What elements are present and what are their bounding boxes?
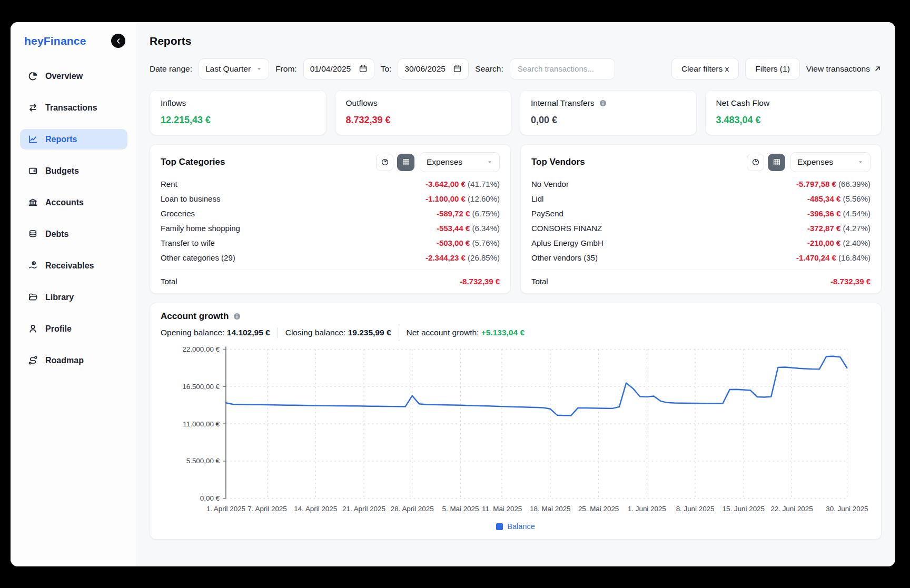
app-logo: heyFinance [24,35,86,47]
sidebar-nav: OverviewTransactionsReportsBudgetsAccoun… [20,66,127,371]
from-date-input[interactable]: 01/04/2025 [303,58,374,79]
sidebar-item-receivables[interactable]: Receivables [20,255,127,276]
to-date-input[interactable]: 30/06/2025 [398,58,469,79]
desktop-background: { "window": { "brand": "heyFinance" }, "… [0,0,910,588]
sidebar-item-label: Accounts [45,198,84,207]
row-amount: -5.797,58 € [796,180,836,188]
x-tick-label: 21. April 2025 [342,505,385,513]
filters-button[interactable]: Filters (1) [745,58,799,79]
chevron-left-icon [115,37,122,45]
row-label: Lidl [531,194,543,203]
clear-filters-button[interactable]: Clear filters x [671,58,739,79]
top-categories-header: Top Categories Expenses [161,152,500,172]
balance-line-chart: 0,00 €5.500,00 €11.000,00 €16.500,00 €22… [161,342,871,520]
table-view-button[interactable] [768,154,785,171]
sidebar-item-debts[interactable]: Debts [20,224,127,244]
sidebar-item-label: Debts [45,230,68,239]
x-tick-label: 25. Mai 2025 [578,505,619,513]
top-categories-panel: Top Categories Expenses [150,144,511,294]
row-label: Other vendors (35) [531,253,598,262]
row-amount: -1.470,24 € [796,253,836,262]
divider [278,327,278,338]
summary-card-header: Inflows [161,98,315,108]
app-window: heyFinance OverviewTransactionsReportsBu… [11,22,895,566]
sidebar-collapse-button[interactable] [111,34,125,48]
closing-balance: Closing balance: 19.235,99 € [285,328,391,337]
y-tick-label: 0,00 € [200,494,220,502]
sidebar-header: heyFinance [20,34,127,48]
sidebar-item-roadmap[interactable]: Roadmap [20,350,127,371]
row-value: -396,36 € (4.54%) [807,209,871,218]
date-range-label: Date range: [150,64,192,74]
to-label: To: [381,64,392,74]
date-range-value: Last Quarter [205,64,251,74]
table-grid-icon [773,158,781,166]
row-amount: -210,00 € [807,238,840,247]
pie-view-button[interactable] [747,154,764,171]
bank-icon [27,197,38,207]
categories-type-value: Expenses [427,157,462,167]
row-label: Loan to business [161,194,220,203]
table-row: CONSORS FINANZ-372,87 € (4.27%) [531,221,871,235]
summary-card-label: Inflows [161,98,186,108]
row-label: No Vendor [531,180,569,188]
x-tick-label: 5. Mai 2025 [442,505,479,513]
row-value: -5.797,58 € (66.39%) [796,180,871,188]
summary-card-label: Net Cash Flow [716,98,770,108]
sidebar-item-profile[interactable]: Profile [20,318,127,339]
sidebar-item-transactions[interactable]: Transactions [20,97,127,118]
sidebar-item-label: Profile [45,324,72,334]
summary-card-label: Internal Transfers [531,98,595,108]
balance-summary-row: Opening balance: 14.102,95 € Closing bal… [161,327,871,338]
search-label: Search: [475,64,503,74]
top-categories-title: Top Categories [161,157,225,167]
x-tick-label: 7. April 2025 [248,505,286,513]
sidebar-item-accounts[interactable]: Accounts [20,192,127,213]
summary-card-header: Net Cash Flow [716,98,871,108]
sidebar-item-label: Receivables [45,261,94,271]
table-view-button[interactable] [397,154,414,171]
sidebar-item-reports[interactable]: Reports [20,129,127,150]
divider [399,327,399,338]
row-percentage: (4.54%) [840,209,871,218]
search-input[interactable] [517,64,608,74]
row-label: Rent [161,180,177,188]
top-categories-table: Rent-3.642,00 € (41.71%)Loan to business… [161,176,500,265]
categories-type-select[interactable]: Expenses [420,152,500,172]
top-categories-total-row: Total -8.732,39 € [161,270,500,286]
date-range-select[interactable]: Last Quarter [199,58,269,79]
row-amount: -372,87 € [807,224,840,233]
row-label: PaySend [531,209,563,218]
vendors-type-select[interactable]: Expenses [790,152,871,172]
row-value: -553,44 € (6.34%) [437,224,500,233]
pie-view-button[interactable] [376,154,393,171]
row-percentage: (16.84%) [836,253,871,262]
row-value: -1.100,00 € (12.60%) [426,194,500,203]
sidebar-item-label: Reports [45,135,77,144]
row-label: Family home shopping [161,224,240,233]
chevron-down-icon [487,159,493,165]
row-label: Groceries [161,209,195,218]
route-icon [27,355,38,365]
breakdown-row: Top Categories Expenses [150,144,882,294]
balance-legend-label: Balance [507,522,535,531]
row-percentage: (2.40%) [840,238,871,247]
summary-card-value: 12.215,43 € [161,115,315,126]
closing-balance-label: Closing balance: [285,328,346,337]
x-tick-label: 1. April 2025 [206,505,245,513]
account-growth-header: Account growth [161,311,871,322]
sidebar-item-library[interactable]: Library [20,287,127,307]
to-date-value: 30/06/2025 [404,64,446,74]
table-grid-icon [402,158,410,166]
table-row: PaySend-396,36 € (4.54%) [531,206,871,221]
account-growth-title: Account growth [161,311,229,322]
sidebar-item-overview[interactable]: Overview [20,66,127,86]
view-transactions-link[interactable]: View transactions [806,64,882,74]
pie-chart-icon [27,71,38,81]
table-row: Other vendors (35)-1.470,24 € (16.84%) [531,250,871,265]
top-vendors-title: Top Vendors [531,157,585,167]
sidebar-item-budgets[interactable]: Budgets [20,161,127,181]
row-value: -503,00 € (5.76%) [437,238,500,247]
y-tick-label: 16.500,00 € [182,383,220,391]
view-transactions-label: View transactions [806,64,870,74]
